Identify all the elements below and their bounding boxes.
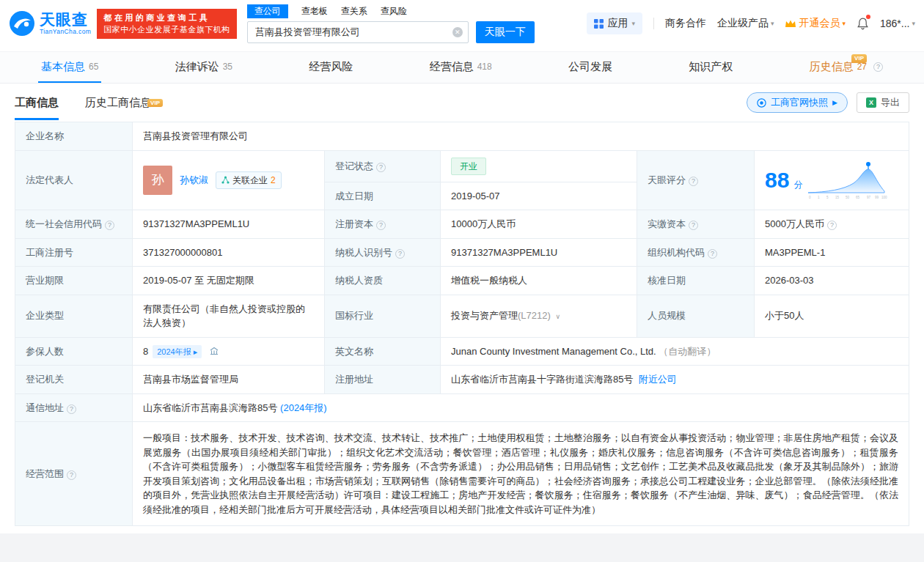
tab-label: 历史信息 [810,60,854,74]
tab-count: 27 [857,62,867,72]
help-icon[interactable]: ? [67,470,76,480]
help-icon[interactable]: ? [395,249,405,259]
related-companies-label: 关联企业 [232,174,268,187]
user-phone[interactable]: 186*... ▾ [880,18,915,29]
est-date-label: 成立日期 [325,182,441,210]
phone-label: 186*... [880,18,909,29]
industry-code: (L7212) [518,310,551,321]
building-icon[interactable] [209,346,219,356]
score-chart: 0 1 5 15 50 65 97 99 100 [807,160,889,200]
tab-label: 公司发展 [568,60,612,74]
tab-label: 经营信息 [430,60,474,74]
reg-no-label: 工商注册号 [15,238,133,267]
insured-value: 82024年报 ▸ [133,337,325,366]
main-content: 工商信息 历史工商信息 VIP 工商官网快照 ▶ X 导出 [0,84,924,526]
help-icon[interactable]: ? [67,404,76,414]
legal-rep-name-link[interactable]: 孙钦淑 [180,173,208,188]
paid-capital-value: 5000万人民币? [755,210,909,239]
related-companies-badge[interactable]: 关联企业 2 [216,171,282,189]
subtab-history-business-info[interactable]: 历史工商信息 [85,85,151,119]
reg-capital-label: 注册资本? [325,210,441,239]
reg-status-label: 登记状态? [325,150,441,182]
nav-join-vip[interactable]: 开通会员 ▾ [785,17,846,30]
apps-label: 应用 [607,17,628,30]
tab-operation-info[interactable]: 经营信息 418 [427,52,495,83]
help-icon[interactable]: ? [689,177,698,186]
tab-intellectual-property[interactable]: 知识产权 [686,52,736,83]
search-tab-company[interactable]: 查公司 [247,4,288,18]
annual-report-badge[interactable]: 2024年报 ▸ [153,345,202,359]
chevron-down-icon[interactable]: ∨ [555,313,560,320]
search-input[interactable] [247,21,469,43]
export-label: 导出 [881,96,900,109]
tab-operation-risk[interactable]: 经营风险 [306,52,356,83]
tianyancha-logo[interactable]: 天眼查 TianYanCha.com [9,10,91,37]
tab-legal-litigation[interactable]: 法律诉讼 35 [172,52,235,83]
help-icon[interactable]: ? [689,221,698,230]
svg-text:1: 1 [818,196,820,199]
crown-icon [785,19,796,28]
search-tab-boss[interactable]: 查老板 [301,4,328,18]
company-type-value: 有限责任公司（非自然人投资或控股的法人独资） [133,295,325,337]
reg-address-label: 注册地址 [325,366,441,394]
top-bar: 天眼查 TianYanCha.com 都在用的商业查询工具 国家中小企业发展子基… [0,0,924,42]
related-companies-count: 2 [271,174,276,187]
company-detail-tabs: 基本信息 65 法律诉讼 35 经营风险 经营信息 418 公司发展 知识产权 … [0,51,924,84]
brand-name: 天眼查 [40,12,91,28]
tab-basic-info[interactable]: 基本信息 65 [38,52,101,83]
help-icon[interactable]: ? [376,163,386,172]
logo-eye-icon [9,10,35,37]
slogan-line2: 国家中小企业发展子基金旗下机构 [103,23,230,36]
export-button[interactable]: X 导出 [857,92,909,113]
approve-date-value: 2026-03-03 [755,267,909,295]
snapshot-label: 工商官网快照 [771,96,828,109]
taxpayer-quality-value: 增值税一般纳税人 [441,267,637,295]
brand-domain: TianYanCha.com [40,28,91,35]
tab-label: 经营风险 [309,60,353,74]
excel-icon: X [866,97,876,108]
search-tab-risk[interactable]: 查风险 [381,4,407,18]
enterprise-product-label: 企业级产品 [717,17,769,30]
annual-report-link[interactable]: (2024年报) [280,402,327,413]
official-snapshot-button[interactable]: 工商官网快照 ▶ [747,92,848,113]
top-right-nav: 应用 ▾ 商务合作 企业级产品 ▾ 开通会员 ▾ 186*... ▾ [587,12,915,34]
table-row: 参保人数 82024年报 ▸ 英文名称 Junan County Investm… [15,337,909,366]
staff-size-value: 小于50人 [755,295,909,337]
term-label: 营业期限 [15,267,133,295]
svg-text:97: 97 [867,196,871,199]
subtab-business-info[interactable]: 工商信息 [15,85,59,120]
help-icon[interactable]: ? [376,221,386,230]
industry-value: 投资与资产管理(L7212) ∨ [441,295,637,337]
nav-enterprise-product[interactable]: 企业级产品 ▾ [717,17,774,30]
svg-text:0: 0 [809,196,811,199]
taxpayer-id-value: 91371327MA3PPEML1U [441,238,637,267]
svg-text:99: 99 [875,196,879,199]
tab-company-development[interactable]: 公司发展 [565,52,615,83]
vip-badge: VIP [851,54,867,63]
nearby-companies-link[interactable]: 附近公司 [639,374,677,385]
tab-label: 知识产权 [689,60,733,74]
est-date-value: 2019-05-07 [441,182,637,210]
help-icon[interactable]: ? [708,249,717,259]
legal-rep-avatar[interactable]: 孙 [143,166,172,195]
search-button[interactable]: 天眼一下 [476,21,535,43]
table-row: 统一社会信用代码? 91371327MA3PPEML1U 注册资本? 10000… [15,210,909,239]
industry-label: 国标行业 [325,295,441,337]
logo-text: 天眼查 TianYanCha.com [40,12,91,35]
search-tab-relation[interactable]: 查关系 [341,4,367,18]
help-icon[interactable]: ? [827,221,837,230]
nav-business-cooperation[interactable]: 商务合作 [665,17,706,30]
notification-bell-icon[interactable] [857,17,869,30]
reg-capital-value: 10000万人民币 [441,210,637,239]
english-name-label: 英文名称 [325,337,441,366]
vip-badge: VIP [147,99,163,108]
help-icon[interactable]: ? [105,221,114,230]
tab-label: 基本信息 [41,60,85,74]
help-icon[interactable]: ? [873,62,883,72]
tab-history-info[interactable]: VIP 历史信息 27 ? [807,52,886,83]
taxpayer-quality-label: 纳税人资质 [325,267,441,295]
paid-capital-label: 实缴资本? [637,210,755,239]
slogan-badge: 都在用的商业查询工具 国家中小企业发展子基金旗下机构 [97,9,237,39]
clear-icon[interactable]: ✕ [452,27,463,37]
apps-menu[interactable]: 应用 ▾ [587,12,642,34]
